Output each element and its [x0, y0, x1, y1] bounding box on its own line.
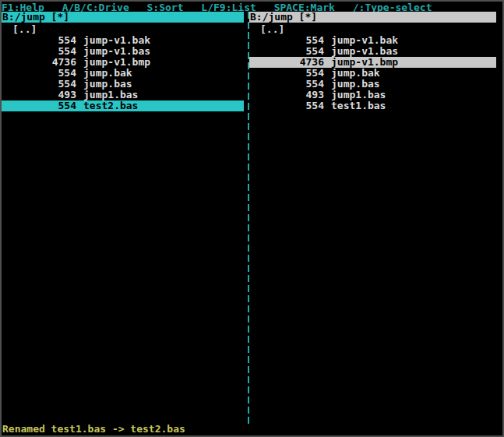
- file-name: jump-v1.bak: [83, 35, 150, 46]
- file-name: jump-v1.bmp: [83, 57, 150, 68]
- file-size: 554: [249, 35, 324, 46]
- dir-name: [..]: [12, 24, 37, 35]
- file-row[interactable]: 493 jump1.bas: [2, 90, 244, 100]
- file-size: 554: [249, 46, 324, 57]
- right-panel-path: B:/jump [*]: [249, 12, 496, 23]
- file-size: 4736: [2, 57, 76, 68]
- file-row[interactable]: 4736 jump-v1.bmp: [2, 57, 244, 68]
- parent-dir-row[interactable]: [..]: [249, 24, 496, 35]
- file-row[interactable]: 554 jump.bak: [2, 68, 244, 79]
- file-size: 554: [2, 35, 76, 46]
- file-size: 554: [2, 46, 76, 57]
- left-panel: B:/jump [*] [..] 554 jump-v1.bak 554 jum…: [2, 12, 244, 111]
- right-panel-file-list: [..] 554 jump-v1.bak 554 jump-v1.bas 473…: [249, 23, 496, 111]
- file-name: jump-v1.bak: [331, 35, 398, 46]
- file-size: 554: [249, 68, 324, 79]
- file-row[interactable]: 554 jump.bas: [2, 79, 244, 90]
- file-size: 554: [249, 79, 324, 90]
- file-size: 4736: [249, 57, 324, 68]
- file-row[interactable]: 554 jump-v1.bas: [2, 46, 244, 57]
- file-size: 554: [2, 100, 76, 111]
- file-name: jump1.bas: [331, 90, 386, 100]
- file-size: 493: [2, 90, 76, 100]
- file-name: jump1.bas: [83, 90, 138, 100]
- file-manager-window: F1:Help A/B/C:Drive S:Sort L/F9:List SPA…: [0, 0, 504, 437]
- file-row-selected[interactable]: 554 test2.bas: [2, 100, 244, 111]
- file-row[interactable]: 554 jump-v1.bak: [249, 35, 496, 46]
- file-size: 493: [249, 90, 324, 100]
- file-row[interactable]: 493 jump1.bas: [249, 90, 496, 100]
- file-name: jump.bak: [83, 68, 132, 79]
- file-name: jump.bas: [83, 79, 132, 90]
- file-row[interactable]: 554 test1.bas: [249, 100, 496, 111]
- file-name: jump-v1.bas: [83, 46, 150, 57]
- file-name: jump.bas: [331, 79, 380, 90]
- file-row-selected[interactable]: 4736 jump-v1.bmp: [249, 57, 496, 68]
- left-panel-file-list: [..] 554 jump-v1.bak 554 jump-v1.bas 473…: [2, 23, 244, 111]
- file-name: jump-v1.bmp: [331, 57, 398, 68]
- right-panel: B:/jump [*] [..] 554 jump-v1.bak 554 jum…: [249, 12, 496, 111]
- parent-dir-row[interactable]: [..]: [2, 24, 244, 35]
- file-size: 554: [2, 68, 76, 79]
- file-row[interactable]: 554 jump-v1.bas: [249, 46, 496, 57]
- file-name: jump-v1.bas: [331, 46, 398, 57]
- file-row[interactable]: 554 jump.bas: [249, 79, 496, 90]
- file-row[interactable]: 554 jump-v1.bak: [2, 35, 244, 46]
- file-name: test2.bas: [83, 100, 138, 111]
- left-panel-path: B:/jump [*]: [2, 12, 244, 23]
- file-name: test1.bas: [331, 100, 386, 111]
- file-name: jump.bak: [331, 68, 380, 79]
- dir-name: [..]: [260, 24, 284, 35]
- file-size: 554: [249, 100, 324, 111]
- file-row[interactable]: 554 jump.bak: [249, 68, 496, 79]
- status-message: Renamed test1.bas -> test2.bas: [2, 424, 185, 435]
- file-size: 554: [2, 79, 76, 90]
